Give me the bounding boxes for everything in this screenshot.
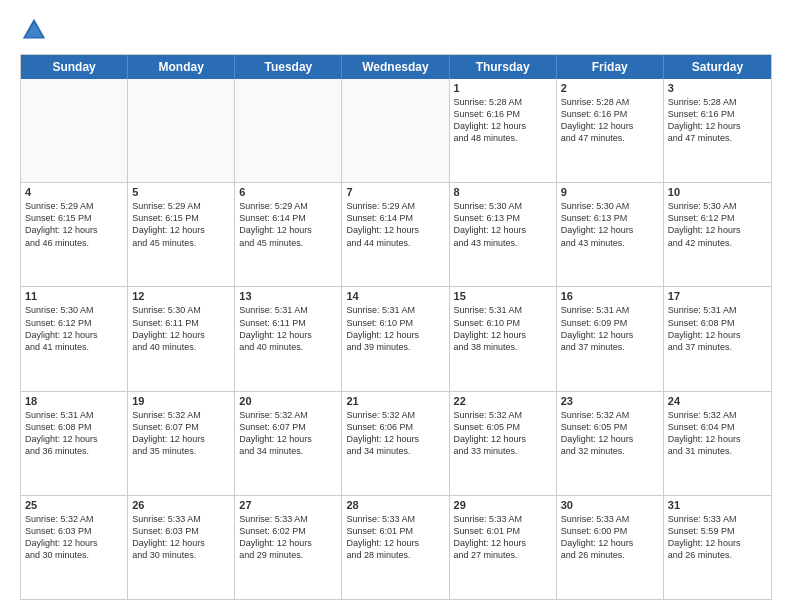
cell-text: Sunrise: 5:29 AM Sunset: 6:14 PM Dayligh… <box>239 200 337 249</box>
day-number: 30 <box>561 499 659 511</box>
day-number: 6 <box>239 186 337 198</box>
day-number: 7 <box>346 186 444 198</box>
cell-text: Sunrise: 5:30 AM Sunset: 6:11 PM Dayligh… <box>132 304 230 353</box>
cell-text: Sunrise: 5:31 AM Sunset: 6:09 PM Dayligh… <box>561 304 659 353</box>
day-number: 29 <box>454 499 552 511</box>
header-day-tuesday: Tuesday <box>235 55 342 79</box>
cell-text: Sunrise: 5:32 AM Sunset: 6:03 PM Dayligh… <box>25 513 123 562</box>
calendar-cell: 17Sunrise: 5:31 AM Sunset: 6:08 PM Dayli… <box>664 287 771 390</box>
header-day-thursday: Thursday <box>450 55 557 79</box>
calendar-cell: 7Sunrise: 5:29 AM Sunset: 6:14 PM Daylig… <box>342 183 449 286</box>
header-day-sunday: Sunday <box>21 55 128 79</box>
calendar-cell: 21Sunrise: 5:32 AM Sunset: 6:06 PM Dayli… <box>342 392 449 495</box>
calendar-cell: 25Sunrise: 5:32 AM Sunset: 6:03 PM Dayli… <box>21 496 128 599</box>
cell-text: Sunrise: 5:31 AM Sunset: 6:10 PM Dayligh… <box>346 304 444 353</box>
cell-text: Sunrise: 5:31 AM Sunset: 6:08 PM Dayligh… <box>25 409 123 458</box>
cell-text: Sunrise: 5:31 AM Sunset: 6:11 PM Dayligh… <box>239 304 337 353</box>
cell-text: Sunrise: 5:30 AM Sunset: 6:12 PM Dayligh… <box>668 200 767 249</box>
day-number: 23 <box>561 395 659 407</box>
calendar-cell: 4Sunrise: 5:29 AM Sunset: 6:15 PM Daylig… <box>21 183 128 286</box>
calendar-cell: 9Sunrise: 5:30 AM Sunset: 6:13 PM Daylig… <box>557 183 664 286</box>
day-number: 14 <box>346 290 444 302</box>
logo-icon <box>20 16 48 44</box>
calendar-row-5: 25Sunrise: 5:32 AM Sunset: 6:03 PM Dayli… <box>21 496 771 599</box>
day-number: 31 <box>668 499 767 511</box>
calendar-row-3: 11Sunrise: 5:30 AM Sunset: 6:12 PM Dayli… <box>21 287 771 391</box>
calendar-cell <box>235 79 342 182</box>
day-number: 11 <box>25 290 123 302</box>
calendar-cell: 18Sunrise: 5:31 AM Sunset: 6:08 PM Dayli… <box>21 392 128 495</box>
cell-text: Sunrise: 5:31 AM Sunset: 6:10 PM Dayligh… <box>454 304 552 353</box>
cell-text: Sunrise: 5:33 AM Sunset: 6:02 PM Dayligh… <box>239 513 337 562</box>
day-number: 8 <box>454 186 552 198</box>
day-number: 19 <box>132 395 230 407</box>
header <box>20 16 772 44</box>
day-number: 1 <box>454 82 552 94</box>
calendar-cell: 6Sunrise: 5:29 AM Sunset: 6:14 PM Daylig… <box>235 183 342 286</box>
day-number: 17 <box>668 290 767 302</box>
header-day-wednesday: Wednesday <box>342 55 449 79</box>
calendar-cell: 19Sunrise: 5:32 AM Sunset: 6:07 PM Dayli… <box>128 392 235 495</box>
day-number: 2 <box>561 82 659 94</box>
cell-text: Sunrise: 5:33 AM Sunset: 6:03 PM Dayligh… <box>132 513 230 562</box>
calendar-cell: 15Sunrise: 5:31 AM Sunset: 6:10 PM Dayli… <box>450 287 557 390</box>
day-number: 24 <box>668 395 767 407</box>
day-number: 26 <box>132 499 230 511</box>
calendar-cell: 5Sunrise: 5:29 AM Sunset: 6:15 PM Daylig… <box>128 183 235 286</box>
cell-text: Sunrise: 5:29 AM Sunset: 6:15 PM Dayligh… <box>25 200 123 249</box>
calendar-cell: 24Sunrise: 5:32 AM Sunset: 6:04 PM Dayli… <box>664 392 771 495</box>
day-number: 25 <box>25 499 123 511</box>
header-day-monday: Monday <box>128 55 235 79</box>
cell-text: Sunrise: 5:28 AM Sunset: 6:16 PM Dayligh… <box>454 96 552 145</box>
cell-text: Sunrise: 5:33 AM Sunset: 6:01 PM Dayligh… <box>454 513 552 562</box>
cell-text: Sunrise: 5:32 AM Sunset: 6:06 PM Dayligh… <box>346 409 444 458</box>
calendar-cell: 13Sunrise: 5:31 AM Sunset: 6:11 PM Dayli… <box>235 287 342 390</box>
cell-text: Sunrise: 5:30 AM Sunset: 6:12 PM Dayligh… <box>25 304 123 353</box>
cell-text: Sunrise: 5:32 AM Sunset: 6:05 PM Dayligh… <box>454 409 552 458</box>
day-number: 12 <box>132 290 230 302</box>
day-number: 21 <box>346 395 444 407</box>
calendar: SundayMondayTuesdayWednesdayThursdayFrid… <box>20 54 772 600</box>
calendar-row-2: 4Sunrise: 5:29 AM Sunset: 6:15 PM Daylig… <box>21 183 771 287</box>
calendar-cell: 20Sunrise: 5:32 AM Sunset: 6:07 PM Dayli… <box>235 392 342 495</box>
day-number: 13 <box>239 290 337 302</box>
calendar-cell: 1Sunrise: 5:28 AM Sunset: 6:16 PM Daylig… <box>450 79 557 182</box>
day-number: 9 <box>561 186 659 198</box>
day-number: 20 <box>239 395 337 407</box>
calendar-cell: 8Sunrise: 5:30 AM Sunset: 6:13 PM Daylig… <box>450 183 557 286</box>
cell-text: Sunrise: 5:31 AM Sunset: 6:08 PM Dayligh… <box>668 304 767 353</box>
day-number: 3 <box>668 82 767 94</box>
day-number: 18 <box>25 395 123 407</box>
calendar-cell: 23Sunrise: 5:32 AM Sunset: 6:05 PM Dayli… <box>557 392 664 495</box>
cell-text: Sunrise: 5:32 AM Sunset: 6:04 PM Dayligh… <box>668 409 767 458</box>
cell-text: Sunrise: 5:30 AM Sunset: 6:13 PM Dayligh… <box>561 200 659 249</box>
day-number: 22 <box>454 395 552 407</box>
cell-text: Sunrise: 5:32 AM Sunset: 6:05 PM Dayligh… <box>561 409 659 458</box>
day-number: 5 <box>132 186 230 198</box>
logo <box>20 16 52 44</box>
calendar-cell: 30Sunrise: 5:33 AM Sunset: 6:00 PM Dayli… <box>557 496 664 599</box>
calendar-cell <box>21 79 128 182</box>
calendar-cell: 26Sunrise: 5:33 AM Sunset: 6:03 PM Dayli… <box>128 496 235 599</box>
calendar-cell: 11Sunrise: 5:30 AM Sunset: 6:12 PM Dayli… <box>21 287 128 390</box>
calendar-row-1: 1Sunrise: 5:28 AM Sunset: 6:16 PM Daylig… <box>21 79 771 183</box>
calendar-row-4: 18Sunrise: 5:31 AM Sunset: 6:08 PM Dayli… <box>21 392 771 496</box>
calendar-cell: 12Sunrise: 5:30 AM Sunset: 6:11 PM Dayli… <box>128 287 235 390</box>
calendar-cell: 28Sunrise: 5:33 AM Sunset: 6:01 PM Dayli… <box>342 496 449 599</box>
calendar-cell: 3Sunrise: 5:28 AM Sunset: 6:16 PM Daylig… <box>664 79 771 182</box>
cell-text: Sunrise: 5:33 AM Sunset: 6:01 PM Dayligh… <box>346 513 444 562</box>
cell-text: Sunrise: 5:32 AM Sunset: 6:07 PM Dayligh… <box>132 409 230 458</box>
cell-text: Sunrise: 5:28 AM Sunset: 6:16 PM Dayligh… <box>668 96 767 145</box>
cell-text: Sunrise: 5:28 AM Sunset: 6:16 PM Dayligh… <box>561 96 659 145</box>
day-number: 27 <box>239 499 337 511</box>
cell-text: Sunrise: 5:33 AM Sunset: 5:59 PM Dayligh… <box>668 513 767 562</box>
day-number: 16 <box>561 290 659 302</box>
header-day-saturday: Saturday <box>664 55 771 79</box>
calendar-cell: 16Sunrise: 5:31 AM Sunset: 6:09 PM Dayli… <box>557 287 664 390</box>
cell-text: Sunrise: 5:33 AM Sunset: 6:00 PM Dayligh… <box>561 513 659 562</box>
calendar-header: SundayMondayTuesdayWednesdayThursdayFrid… <box>21 55 771 79</box>
cell-text: Sunrise: 5:30 AM Sunset: 6:13 PM Dayligh… <box>454 200 552 249</box>
calendar-cell: 2Sunrise: 5:28 AM Sunset: 6:16 PM Daylig… <box>557 79 664 182</box>
cell-text: Sunrise: 5:32 AM Sunset: 6:07 PM Dayligh… <box>239 409 337 458</box>
calendar-cell <box>342 79 449 182</box>
